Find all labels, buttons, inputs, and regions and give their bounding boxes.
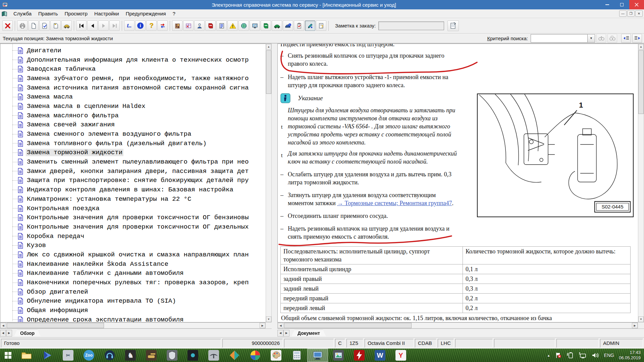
tree-item[interactable]: Замена зубчатого ремня, при необходимост…: [0, 74, 266, 83]
scroll-up-arrow[interactable]: ▲: [266, 44, 271, 50]
tree-item[interactable]: Контрольные значения для проверки токсич…: [0, 213, 266, 222]
tray-expand-icon[interactable]: ▲: [547, 354, 550, 357]
menu-item[interactable]: Править: [35, 10, 61, 17]
tree-item[interactable]: Общая информация: [0, 306, 266, 315]
tree-item[interactable]: Обнуление индикатора интервала ТО (SIA): [0, 297, 266, 306]
tree-item[interactable]: Климатроник: установка температуры на 22…: [0, 194, 266, 204]
window-grid-button[interactable]: [183, 20, 194, 31]
mdi-restore-button[interactable]: ❐: [627, 10, 635, 17]
dealer-building-button[interactable]: [172, 20, 182, 31]
document-help-button[interactable]: ?: [316, 20, 326, 31]
panel-splitter[interactable]: [272, 44, 277, 337]
tree-item[interactable]: Защита при транспортировке: снятие блоки…: [0, 176, 266, 185]
customer-button[interactable]: [194, 20, 205, 31]
tree-item[interactable]: Замена топливного фильтра (дизельный дви…: [0, 139, 266, 148]
document-list-button[interactable]: [216, 20, 227, 31]
search-criteria-input[interactable]: [531, 34, 588, 43]
checklist-button[interactable]: [294, 20, 304, 31]
scrollbar-thumb[interactable]: [7, 323, 104, 328]
red-book-button[interactable]: [205, 20, 216, 31]
taskbar-app-file-explorer[interactable]: [16, 349, 37, 362]
tree-vertical-scrollbar[interactable]: ▲ ▼: [266, 44, 272, 322]
go-first-button[interactable]: [76, 20, 87, 31]
start-button[interactable]: [0, 349, 16, 362]
go-next-button[interactable]: [98, 20, 109, 31]
tree-item[interactable]: Определение срока эксплуатации автомобил…: [0, 315, 266, 322]
tree-item[interactable]: Замена масла: [0, 92, 266, 102]
taskbar-app-game-chess[interactable]: ♞: [120, 349, 141, 362]
mdi-close-button[interactable]: ✕: [635, 10, 643, 17]
tree-item[interactable]: Дополнительная информация для клиента о …: [0, 55, 266, 65]
menu-item[interactable]: Предупреждения: [122, 10, 169, 17]
scrollbar-thumb[interactable]: [638, 50, 644, 114]
go-previous-button[interactable]: [87, 20, 98, 31]
tree-item[interactable]: Обзор двигателей: [0, 287, 266, 297]
tree-item[interactable]: Заменить сменный элемент пылеулавливающе…: [0, 157, 266, 167]
tree-item[interactable]: Наклеивание таблички с данными автомобил…: [0, 269, 266, 278]
taskbar-app-yandex[interactable]: Y: [390, 349, 411, 362]
taskbar-app-game-tanks[interactable]: [141, 349, 162, 362]
menu-item[interactable]: Настройки: [91, 10, 122, 17]
order-note-input[interactable]: [378, 21, 444, 30]
taskbar-app-game-dark[interactable]: [182, 349, 203, 362]
order-note-open-button[interactable]: [447, 20, 459, 31]
taskbar-app-game-shield[interactable]: [162, 349, 182, 362]
document-new-button[interactable]: [50, 20, 61, 31]
tab-scroll-right[interactable]: ▶: [283, 330, 289, 337]
tree-item[interactable]: Наконечники поперечных рулевых тяг: пров…: [0, 278, 266, 287]
tree-item[interactable]: Контрольные значения для проверки токсич…: [0, 222, 266, 232]
notes-button[interactable]: [305, 20, 315, 31]
tab-scroll-left[interactable]: ◀: [0, 330, 6, 337]
tray-flag-icon[interactable]: [555, 352, 562, 359]
taskbar-app-media-player[interactable]: [37, 349, 58, 362]
swap-arrows-button[interactable]: [157, 20, 168, 31]
scroll-right-arrow[interactable]: ▶: [260, 323, 265, 328]
vehicle-button[interactable]: [61, 20, 72, 31]
vehicle-info-button[interactable]: i: [283, 20, 293, 31]
taskbar-app-word[interactable]: W: [370, 349, 390, 362]
scroll-down-arrow[interactable]: ▼: [638, 316, 644, 322]
exit-button[interactable]: [2, 20, 13, 31]
scrollbar-thumb[interactable]: [284, 323, 412, 328]
scroll-left-arrow[interactable]: ◀: [0, 323, 6, 328]
taskbar-app-war-thunder[interactable]: [203, 349, 224, 362]
maximize-button[interactable]: [614, 0, 629, 9]
search-find-button[interactable]: [596, 34, 606, 43]
tree-horizontal-scrollbar[interactable]: ◀ ▶: [0, 322, 266, 328]
tree-item[interactable]: Замена сменного элемента воздушного филь…: [0, 129, 266, 139]
info-button[interactable]: i: [135, 20, 146, 31]
tree-item[interactable]: Коробка передач: [0, 232, 266, 241]
tab-scroll-right[interactable]: ▶: [6, 330, 12, 337]
menu-item[interactable]: Служба: [10, 10, 35, 17]
go-last-button[interactable]: [109, 20, 120, 31]
help-button[interactable]: ?: [146, 20, 157, 31]
document-vertical-scrollbar[interactable]: ▲ ▼: [638, 44, 644, 322]
combobox-dropdown-button[interactable]: ▼: [588, 34, 595, 43]
scroll-left-arrow[interactable]: ◀: [278, 323, 283, 328]
taskbar-app-elsa-active[interactable]: [307, 349, 328, 362]
tray-language[interactable]: ENG: [604, 353, 614, 358]
taskbar-app-photo-viewer[interactable]: [328, 349, 349, 362]
scrollbar-thumb[interactable]: [266, 50, 271, 94]
scroll-right-arrow[interactable]: ▶: [632, 323, 638, 328]
tree-item[interactable]: Двигатели: [0, 46, 266, 55]
tree-item[interactable]: Кузов: [0, 241, 266, 250]
taskbar-app-messenger[interactable]: Zoo: [78, 349, 99, 362]
tray-speaker-icon[interactable]: [591, 352, 599, 359]
taskbar-app-calculator[interactable]: [286, 349, 307, 362]
taskbar-app-headset-chat[interactable]: [99, 349, 120, 362]
tree-item[interactable]: Контрольная поездка: [0, 204, 266, 213]
taskbar-app-screenshot-tool[interactable]: ✂: [58, 349, 78, 362]
close-button[interactable]: [629, 0, 644, 9]
tab-scroll-left[interactable]: ◀: [277, 330, 283, 337]
globe-button[interactable]: [238, 20, 249, 31]
menu-item[interactable]: ?: [169, 10, 179, 17]
tree-item[interactable]: Замена тормозной жидкости: [0, 148, 266, 158]
taskbar-app-paint[interactable]: [266, 349, 286, 362]
tab-document[interactable]: Документ: [291, 330, 326, 337]
repair-group-link[interactable]: → Тормозные системы; Ремонтная группа47: [337, 200, 452, 206]
screen-settings-button[interactable]: [250, 20, 260, 31]
tray-battery-icon[interactable]: [567, 352, 574, 359]
warning-button[interactable]: [227, 20, 238, 31]
print-button[interactable]: [17, 20, 28, 31]
